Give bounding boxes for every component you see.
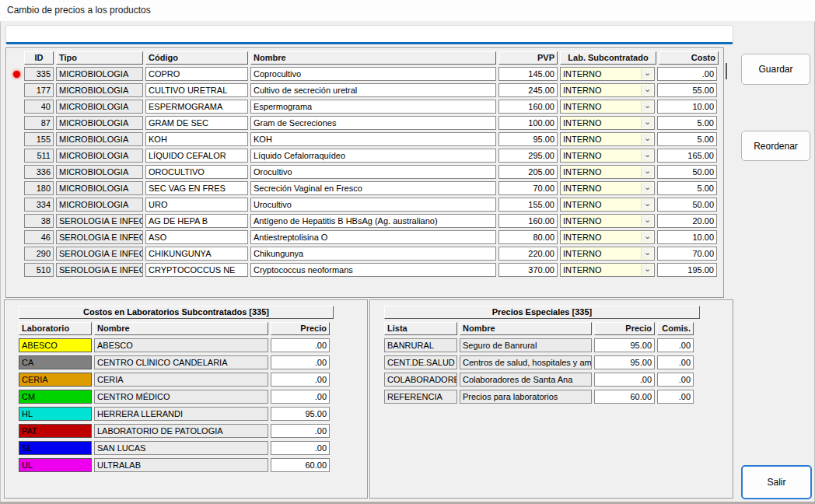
cell-pvp[interactable]: 160.00	[498, 214, 558, 228]
lab-subcontratado-dropdown[interactable]: INTERNO ⌄	[560, 149, 655, 163]
cell-pvp[interactable]: 295.00	[498, 149, 558, 163]
record-selector[interactable]	[9, 231, 24, 243]
cell-costo[interactable]: 20.00	[657, 214, 717, 228]
lab-subcontratado-dropdown[interactable]: INTERNO ⌄	[560, 132, 655, 146]
column-header-lab-subcontratado[interactable]: Lab. Subcontratado	[560, 51, 656, 65]
cell-costo[interactable]: 195.00	[657, 263, 717, 277]
lab-precio-input[interactable]: 60.00	[271, 458, 330, 472]
cell-nombre[interactable]: Gram de Secreciones	[250, 116, 496, 130]
cell-codigo[interactable]: SEC VAG EN FRES	[145, 181, 248, 195]
column-header-nombre[interactable]: Nombre	[250, 51, 496, 65]
record-selector[interactable]	[9, 100, 24, 113]
column-header-pvp[interactable]: PVP	[498, 51, 558, 65]
cell-nombre[interactable]: Chikungunya	[250, 247, 496, 261]
chevron-down-icon[interactable]: ⌄	[641, 117, 653, 128]
cell-codigo[interactable]: CRYPTOCOCCUS NE	[145, 263, 248, 277]
cell-nombre[interactable]: Cultivo de secreción uretral	[250, 83, 496, 97]
record-selector[interactable]	[9, 68, 24, 80]
lab-subcontratado-dropdown[interactable]: INTERNO ⌄	[560, 165, 655, 179]
column-header-tipo[interactable]: Tipo	[56, 51, 143, 65]
cell-nombre[interactable]: Espermograma	[250, 100, 496, 114]
cell-costo[interactable]: 55.00	[657, 83, 717, 97]
cell-costo[interactable]: 50.00	[657, 165, 717, 179]
cell-pvp[interactable]: 145.00	[498, 67, 558, 81]
record-selector[interactable]	[9, 182, 24, 194]
precio-input[interactable]: .00	[594, 373, 655, 387]
cell-pvp[interactable]: 220.00	[498, 247, 558, 261]
cell-pvp[interactable]: 95.00	[498, 132, 558, 146]
column-header-codigo[interactable]: Código	[145, 51, 248, 65]
cell-costo[interactable]: 165.00	[657, 149, 717, 163]
lab-subcontratado-dropdown[interactable]: INTERNO ⌄	[560, 67, 655, 81]
column-header-id[interactable]: ID	[24, 51, 54, 65]
lab-subcontratado-dropdown[interactable]: INTERNO ⌄	[560, 83, 655, 97]
cell-codigo[interactable]: AG DE HEPA B	[145, 214, 248, 228]
record-selector[interactable]	[9, 117, 24, 129]
lab-precio-input[interactable]: .00	[271, 355, 330, 369]
column-header-precio[interactable]: Precio	[594, 322, 655, 335]
cell-costo[interactable]: 5.00	[657, 181, 717, 195]
cell-nombre[interactable]: Antígeno de Hepatitis B HBsAg (Ag. austr…	[250, 214, 496, 228]
comis-input[interactable]: .00	[657, 355, 694, 369]
cell-codigo[interactable]: LÍQUIDO CEFALOR	[145, 149, 248, 163]
precio-input[interactable]: 95.00	[594, 338, 655, 352]
chevron-down-icon[interactable]: ⌄	[641, 264, 653, 275]
comis-input[interactable]: .00	[657, 390, 694, 404]
precio-input[interactable]: 95.00	[594, 355, 655, 369]
cell-costo[interactable]: .00	[657, 67, 717, 81]
cell-pvp[interactable]: 100.00	[498, 116, 558, 130]
cell-nombre[interactable]: Líquido Cefalorraquídeo	[250, 149, 496, 163]
column-header-precio[interactable]: Precio	[271, 322, 330, 335]
lab-precio-input[interactable]: .00	[271, 373, 330, 387]
chevron-down-icon[interactable]: ⌄	[641, 101, 653, 112]
cell-nombre[interactable]: Antiestreptolisina O	[250, 230, 496, 244]
lab-subcontratado-dropdown[interactable]: INTERNO ⌄	[560, 247, 655, 261]
cell-codigo[interactable]: CHIKUNGUNYA	[145, 247, 248, 261]
comis-input[interactable]: .00	[657, 338, 694, 352]
lab-subcontratado-dropdown[interactable]: INTERNO ⌄	[560, 100, 655, 114]
column-header-laboratorio[interactable]: Laboratorio	[19, 322, 92, 335]
column-header-nombre[interactable]: Nombre	[94, 322, 268, 335]
chevron-down-icon[interactable]: ⌄	[641, 150, 653, 161]
cell-nombre[interactable]: Cryptococcus neoformans	[250, 263, 496, 277]
chevron-down-icon[interactable]: ⌄	[641, 199, 653, 210]
cell-pvp[interactable]: 205.00	[498, 165, 558, 179]
cell-nombre[interactable]: Coprocultivo	[250, 67, 496, 81]
cell-nombre[interactable]: Secreción Vaginal en Fresco	[250, 181, 496, 195]
column-header-comis[interactable]: Comis.	[657, 322, 694, 335]
column-header-nombre[interactable]: Nombre	[460, 322, 592, 335]
save-button[interactable]: Guardar	[741, 54, 810, 85]
chevron-down-icon[interactable]: ⌄	[641, 248, 653, 259]
exit-button[interactable]: Salir	[741, 465, 812, 499]
cell-codigo[interactable]: OROCULTIVO	[145, 165, 248, 179]
cell-costo[interactable]: 5.00	[657, 116, 717, 130]
cell-pvp[interactable]: 80.00	[498, 230, 558, 244]
cell-pvp[interactable]: 155.00	[498, 198, 558, 212]
cell-costo[interactable]: 10.00	[657, 230, 717, 244]
cell-codigo[interactable]: ESPERMOGRAMA	[145, 100, 248, 114]
cell-nombre[interactable]: KOH	[250, 132, 496, 146]
record-selector[interactable]	[9, 166, 24, 178]
column-header-costo[interactable]: Costo	[659, 51, 719, 65]
precio-input[interactable]: 60.00	[594, 390, 655, 404]
reorder-button[interactable]: Reordenar	[741, 131, 810, 161]
lab-subcontratado-dropdown[interactable]: INTERNO ⌄	[560, 181, 655, 195]
lab-subcontratado-dropdown[interactable]: INTERNO ⌄	[560, 230, 655, 244]
cell-costo[interactable]: 5.00	[657, 132, 717, 146]
chevron-down-icon[interactable]: ⌄	[641, 134, 653, 145]
cell-codigo[interactable]: KOH	[145, 132, 248, 146]
cell-codigo[interactable]: GRAM DE SEC	[145, 116, 248, 130]
grid-scrollbar-thumb[interactable]	[726, 63, 727, 79]
record-selector[interactable]	[9, 84, 24, 96]
chevron-down-icon[interactable]: ⌄	[641, 215, 653, 226]
chevron-down-icon[interactable]: ⌄	[641, 166, 653, 177]
lab-precio-input[interactable]: .00	[271, 338, 330, 352]
comis-input[interactable]: .00	[657, 373, 694, 387]
record-selector[interactable]	[9, 247, 24, 260]
cell-nombre[interactable]: Urocultivo	[250, 198, 496, 212]
record-selector[interactable]	[9, 133, 24, 145]
lab-subcontratado-dropdown[interactable]: INTERNO ⌄	[560, 214, 655, 228]
cell-costo[interactable]: 10.00	[657, 100, 717, 114]
chevron-down-icon[interactable]: ⌄	[641, 68, 653, 79]
record-selector[interactable]	[9, 149, 24, 162]
